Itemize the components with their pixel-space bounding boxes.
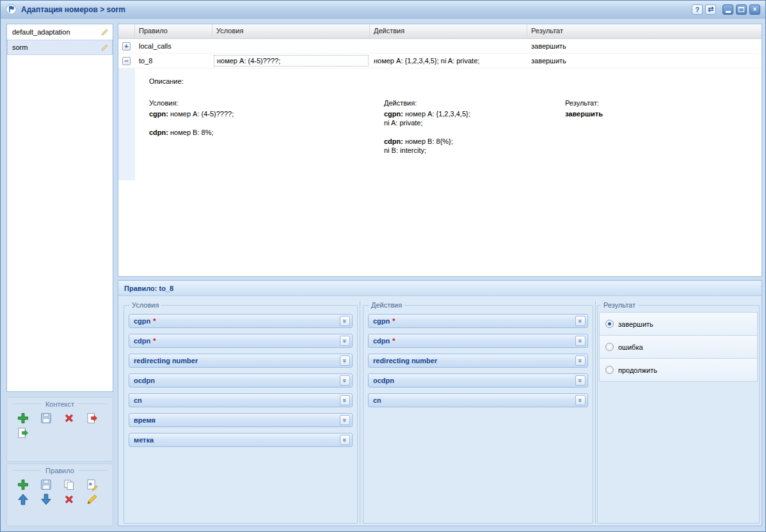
chevron-expand-icon[interactable]: [340, 415, 350, 425]
rule-toolbar-row2: [7, 491, 113, 506]
chevron-expand-icon[interactable]: [575, 375, 586, 386]
radio-icon[interactable]: [605, 366, 614, 374]
action-field-redirecting-number[interactable]: redirecting number: [368, 354, 588, 368]
action-field-ocdpn[interactable]: ocdpn: [368, 373, 588, 387]
field-label: ocdpn: [134, 377, 155, 384]
detail-conditions-label: Условия:: [149, 98, 384, 107]
chevron-expand-icon[interactable]: [340, 356, 350, 366]
required-marker: *: [153, 317, 156, 325]
chevron-expand-icon[interactable]: [575, 336, 586, 346]
chevron-expand-icon[interactable]: [575, 316, 586, 326]
move-down-icon[interactable]: [40, 493, 52, 506]
detail-actions-label: Действия:: [384, 98, 565, 107]
field-label: метка: [134, 436, 154, 444]
condition-field-label[interactable]: метка: [129, 433, 353, 447]
export-red-icon[interactable]: [86, 412, 99, 425]
refresh-icon[interactable]: ⇄: [705, 4, 716, 15]
column-header-result[interactable]: Результат: [527, 24, 762, 38]
minimize-icon[interactable]: [722, 4, 733, 15]
field-label: cgpn: [134, 317, 150, 325]
list-item-sorm[interactable]: sorm: [7, 40, 113, 55]
move-up-icon[interactable]: [17, 493, 29, 506]
chevron-expand-icon[interactable]: [340, 395, 350, 405]
condition-field-cgpn[interactable]: cgpn*: [129, 314, 353, 328]
delete-icon[interactable]: [63, 412, 76, 425]
required-marker: *: [392, 317, 395, 325]
context-toolbar-row1: [7, 410, 113, 425]
radio-icon[interactable]: [605, 343, 614, 351]
help-icon[interactable]: ?: [692, 4, 703, 15]
save-icon[interactable]: [40, 412, 52, 425]
delete-icon[interactable]: [63, 493, 76, 506]
required-marker: *: [392, 337, 395, 345]
field-label: cgpn: [373, 317, 390, 325]
result-option-continue[interactable]: продолжить: [599, 358, 758, 382]
collapse-minus-icon[interactable]: −: [122, 57, 131, 65]
app-window: Адаптация номеров > sorm ? ⇄ × default_a…: [0, 0, 766, 532]
rule-editor-title: Правило: to_8: [124, 285, 173, 292]
detail-result-label: Результат:: [565, 98, 755, 107]
field-label: redirecting number: [134, 357, 198, 364]
context-panel-header: Контекст: [7, 398, 113, 410]
rename-icon[interactable]: a: [86, 478, 99, 491]
maximize-icon[interactable]: [736, 4, 747, 15]
required-marker: *: [153, 337, 156, 345]
rule-panel: Правило a: [6, 464, 113, 526]
table-row-to-8[interactable]: − to_8 номер A: (4-5)????; номер A: {1,2…: [118, 54, 762, 68]
actions-legend: Действия: [369, 301, 404, 309]
action-field-cdpn[interactable]: cdpn*: [368, 334, 588, 348]
chevron-expand-icon[interactable]: [340, 375, 350, 386]
column-header-rule[interactable]: Правило: [135, 24, 212, 38]
list-item-label: sorm: [12, 43, 28, 51]
cell-result: завершить: [527, 57, 762, 65]
field-label: cdpn: [134, 337, 150, 345]
field-label: cn: [373, 396, 381, 404]
cell-result: завершить: [527, 42, 762, 50]
edit-icon[interactable]: [86, 493, 99, 506]
export-green-icon[interactable]: [17, 426, 29, 439]
detail-description-label: Описание:: [149, 77, 755, 85]
selected-cell-conditions[interactable]: номер A: (4-5)????;: [214, 55, 369, 66]
column-header-actions[interactable]: Действия: [370, 24, 527, 38]
chevron-expand-icon[interactable]: [340, 336, 350, 346]
radio-label: ошибка: [618, 343, 643, 351]
rule-editor-header: Правило: to_8: [118, 281, 762, 296]
result-option-finish[interactable]: завершить: [599, 312, 758, 336]
splitter[interactable]: [360, 301, 360, 524]
field-label: cn: [134, 396, 142, 404]
condition-field-redirecting-number[interactable]: redirecting number: [129, 354, 353, 368]
action-field-cn[interactable]: cn: [368, 393, 588, 407]
add-icon[interactable]: [17, 478, 29, 491]
condition-field-cdpn[interactable]: cdpn*: [129, 334, 353, 348]
context-toolbar-row2: [7, 425, 113, 439]
add-icon[interactable]: [17, 412, 29, 425]
save-icon[interactable]: [40, 478, 52, 491]
splitter[interactable]: [595, 301, 596, 524]
condition-field-cn[interactable]: cn: [129, 393, 353, 407]
expand-plus-icon[interactable]: +: [122, 42, 131, 51]
adaptation-list: default_adaptation sorm: [6, 24, 113, 392]
table-row-local-calls[interactable]: + local_calls завершить: [118, 39, 762, 54]
chevron-expand-icon[interactable]: [340, 435, 350, 445]
context-panel-title: Контекст: [42, 400, 78, 408]
grid-header: Правило Условия Действия Результат: [118, 24, 762, 39]
condition-field-time[interactable]: время: [129, 413, 353, 427]
column-header-conditions[interactable]: Условия: [212, 24, 370, 38]
edit-pencil-icon[interactable]: [100, 43, 109, 52]
action-field-cgpn[interactable]: cgpn*: [368, 314, 588, 328]
rule-toolbar-row1: a: [7, 476, 113, 491]
copy-icon[interactable]: [63, 478, 76, 491]
result-option-error[interactable]: ошибка: [599, 335, 758, 359]
window-tools: ? ⇄ ×: [692, 4, 760, 15]
chevron-expand-icon[interactable]: [340, 316, 350, 326]
detail-result-value: завершить: [565, 109, 755, 118]
edit-pencil-icon[interactable]: [100, 27, 109, 36]
close-icon[interactable]: ×: [749, 4, 760, 15]
chevron-expand-icon[interactable]: [575, 356, 586, 366]
condition-field-ocdpn[interactable]: ocdpn: [129, 373, 353, 387]
radio-selected-icon[interactable]: [605, 320, 614, 328]
chevron-expand-icon[interactable]: [575, 395, 586, 405]
list-item-default-adaptation[interactable]: default_adaptation: [7, 24, 113, 40]
conditions-legend: Условия: [129, 301, 161, 309]
field-label: ocdpn: [373, 377, 394, 384]
